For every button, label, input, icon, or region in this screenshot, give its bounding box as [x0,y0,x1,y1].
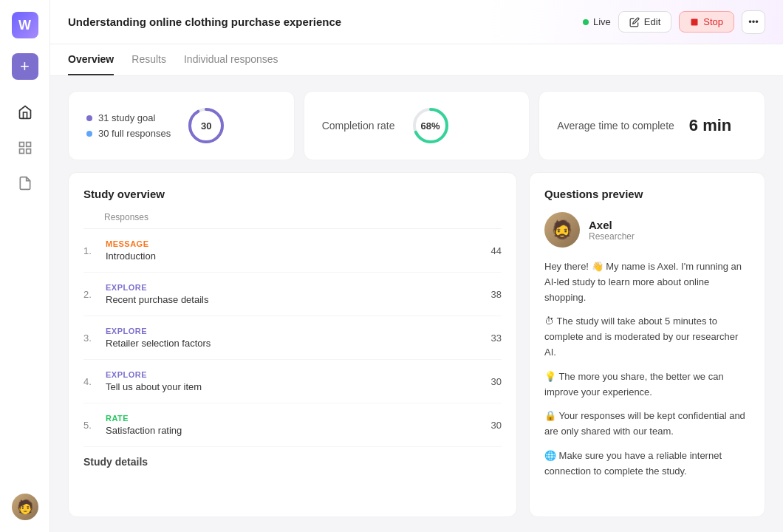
study-goal-dot [86,115,92,121]
row-type-3: EXPLORE [106,327,450,335]
sidebar-item-home[interactable] [10,98,40,127]
edit-button[interactable]: Edit [618,11,671,33]
row-content-4: EXPLORE Tell us about your item [106,370,450,392]
preview-message-4: 🔒 Your responses will be kept confidenti… [544,409,750,440]
full-responses-item: 30 full responses [86,128,171,139]
researcher-name: Axel [589,219,635,231]
svg-rect-0 [19,143,24,147]
row-type-1: MESSAGE [106,239,450,248]
sidebar-item-file[interactable] [10,168,40,198]
live-dot-icon [583,19,589,25]
researcher-card: 🧔 Axel Researcher [544,212,750,248]
stats-row: 31 study goal 30 full responses 30 [68,91,765,160]
row-type-2: EXPLORE [106,283,450,292]
completion-progress-ring: 68% [410,105,451,146]
goal-value: 30 [201,120,211,132]
row-num-1: 1. [83,245,98,256]
table-row[interactable]: 3. EXPLORE Retailer selection factors 33 [83,316,502,360]
average-time-stat-card: Average time to complete 6 min [538,91,765,160]
stop-icon [690,18,699,27]
questions-preview-title: Questions preview [544,188,750,200]
study-table-header: Responses [83,212,502,229]
row-responses-3: 33 [457,332,502,344]
top-header: Understanding online clothing purchase e… [50,0,783,44]
table-row[interactable]: 4. EXPLORE Tell us about your item 30 [83,360,502,403]
svg-rect-2 [19,149,24,154]
full-responses-label: 30 full responses [98,128,171,139]
stop-label: Stop [703,16,723,27]
average-time-value: 6 min [689,116,731,135]
row-responses-2: 38 [457,289,502,300]
researcher-role: Researcher [589,231,635,242]
sidebar: W + 🧑 [0,0,50,532]
table-row[interactable]: 5. RATE Satisfaction rating 30 [83,403,502,447]
row-content-1: MESSAGE Introduction [106,239,450,262]
header-actions: Live Edit Stop ••• [583,10,765,34]
row-content-5: RATE Satisfaction rating [106,414,450,436]
questions-preview-panel: Questions preview 🧔 Axel Researcher Hey … [529,172,765,517]
study-overview-title: Study overview [83,188,502,200]
svg-rect-1 [26,143,30,147]
page-title: Understanding online clothing purchase e… [68,16,341,28]
average-time-text: Average time to complete [557,120,674,132]
completion-value: 68% [420,120,440,132]
researcher-info: Axel Researcher [589,219,635,242]
study-goal-item: 31 study goal [86,112,171,123]
row-responses-5: 30 [457,420,502,431]
svg-rect-3 [26,149,30,154]
row-type-4: EXPLORE [106,370,450,379]
full-responses-dot [86,131,92,137]
row-num-5: 5. [83,420,98,431]
row-num-2: 2. [83,289,98,300]
row-responses-1: 44 [457,245,502,256]
row-num-3: 3. [83,332,98,344]
row-responses-4: 30 [457,376,502,387]
edit-icon [629,17,640,27]
row-content-2: EXPLORE Recent purchase details [106,283,450,305]
sidebar-item-grid[interactable] [10,133,40,163]
content-area: 31 study goal 30 full responses 30 [50,76,783,532]
two-col-layout: Study overview Responses 1. MESSAGE Intr… [68,172,765,517]
row-type-5: RATE [106,414,450,423]
completion-label: Completion rate [322,120,395,132]
completion-stat-card: Completion rate 68% [304,91,530,160]
stop-button[interactable]: Stop [679,11,734,33]
tab-results[interactable]: Results [131,44,166,75]
preview-message-2: ⏱ The study will take about 5 minutes to… [544,314,750,360]
row-name-4: Tell us about your item [106,381,450,392]
main-content: Understanding online clothing purchase e… [50,0,783,532]
more-button[interactable]: ••• [742,10,765,34]
goal-stat-card: 31 study goal 30 full responses 30 [68,91,295,160]
preview-message-5: 🌐 Make sure you have a reliable internet… [544,449,750,480]
row-name-1: Introduction [106,250,450,262]
svg-rect-4 [691,18,698,25]
table-row[interactable]: 1. MESSAGE Introduction 44 [83,229,502,273]
study-overview-panel: Study overview Responses 1. MESSAGE Intr… [68,172,517,517]
row-name-5: Satisfaction rating [106,425,450,436]
preview-message-1: Hey there! 👋 My name is Axel. I'm runnin… [544,259,750,305]
live-status: Live [583,16,611,27]
edit-label: Edit [644,16,660,27]
preview-messages: Hey there! 👋 My name is Axel. I'm runnin… [544,259,750,480]
table-row[interactable]: 2. EXPLORE Recent purchase details 38 [83,273,502,316]
row-name-3: Retailer selection factors [106,338,450,349]
add-button[interactable]: + [12,53,38,80]
sidebar-logo: W [12,12,38,38]
study-details-label: Study details [83,447,502,468]
average-time-label: Average time to complete [557,120,674,132]
tab-overview[interactable]: Overview [68,44,114,75]
row-content-3: EXPLORE Retailer selection factors [106,327,450,349]
study-goal-label: 31 study goal [98,112,155,123]
goal-progress-ring: 30 [185,105,227,146]
more-icon: ••• [748,16,759,27]
tab-bar: Overview Results Individual responses [50,44,783,76]
goal-stat-text: 31 study goal 30 full responses [86,112,171,139]
user-avatar[interactable]: 🧑 [12,494,38,520]
row-num-4: 4. [83,376,98,387]
completion-stat-text: Completion rate [322,120,395,132]
researcher-avatar: 🧔 [544,212,580,248]
tab-individual-responses[interactable]: Individual responses [184,44,278,75]
row-name-2: Recent purchase details [106,294,450,305]
preview-message-3: 💡 The more you share, the better we can … [544,369,750,400]
live-label: Live [593,16,611,27]
